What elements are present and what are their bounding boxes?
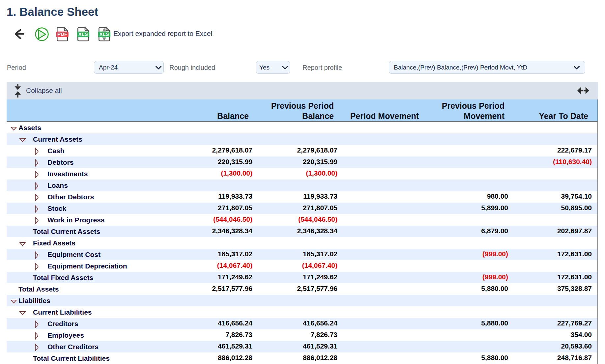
- svg-text:PDF: PDF: [57, 31, 67, 37]
- svg-text:XLS: XLS: [99, 31, 109, 37]
- svg-text:XLS: XLS: [78, 31, 88, 37]
